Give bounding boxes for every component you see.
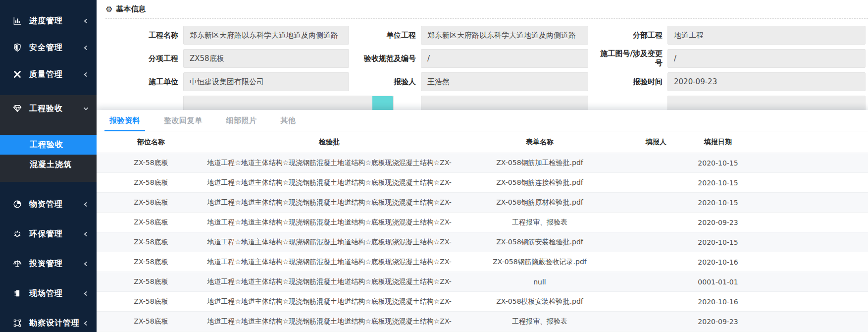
tab-detail-photos[interactable]: 细部照片	[223, 110, 260, 131]
col-header-form: 表单名称	[453, 138, 626, 147]
inspection-time-field[interactable]: 2020-09-23	[667, 72, 866, 91]
sidebar-item-label: 投资管理	[29, 259, 63, 269]
cell-form: null	[453, 278, 626, 286]
tab-inspection-data[interactable]: 报验资料	[106, 110, 143, 131]
cell-part: ZX-58底板	[97, 159, 205, 167]
gear-icon: ⚙	[105, 5, 112, 13]
chip-icon	[12, 288, 23, 299]
cell-batch: 地道工程☆地道主体结构☆现浇钢筋混凝土地道结构☆底板现浇混凝土结构☆ZX-	[205, 238, 453, 247]
dashed-divider	[105, 18, 868, 19]
sidebar-item-materials[interactable]: 物资管理	[0, 189, 97, 219]
table-row[interactable]: ZX-58底板 地道工程☆地道主体结构☆现浇钢筋混凝土地道结构☆底板现浇混凝土结…	[97, 213, 868, 232]
sidebar-item-label: 现场管理	[29, 288, 63, 299]
cell-date: 2020-10-16	[686, 258, 750, 266]
sidebar-item-survey-design[interactable]: 勘察设计管理	[0, 308, 97, 332]
sidebar-item-investment[interactable]: 投资管理	[0, 249, 97, 278]
cell-form: 工程报审、报验表	[453, 317, 626, 326]
cell-form: 工程报审、报验表	[453, 218, 626, 227]
cell-batch: 地道工程☆地道主体结构☆现浇钢筋混凝土地道结构☆底板现浇混凝土结构☆ZX-	[205, 159, 453, 167]
cell-part: ZX-58底板	[97, 297, 205, 306]
sidebar-item-safety[interactable]: 安全管理	[0, 34, 97, 61]
cell-form: ZX-058钢筋原材检验批.pdf	[453, 198, 626, 207]
bar-chart-icon	[12, 15, 23, 26]
project-name-field[interactable]: 郑东新区天府路以东科学大道地道及两侧道路	[183, 26, 349, 45]
cell-part: ZX-58底板	[97, 198, 205, 207]
table-row[interactable]: ZX-58底板 地道工程☆地道主体结构☆现浇钢筋混凝土地道结构☆底板现浇混凝土结…	[97, 292, 868, 312]
sidebar-item-label: 安全管理	[29, 43, 63, 53]
chevron-left-icon	[83, 291, 89, 296]
section-title: 基本信息	[116, 4, 146, 14]
drawing-change-field[interactable]: /	[667, 49, 866, 68]
sidebar-subitem-label: 工程验收	[30, 140, 63, 150]
chevron-left-icon	[83, 202, 89, 207]
cell-batch: 地道工程☆地道主体结构☆现浇钢筋混凝土地道结构☆底板现浇混凝土结构☆ZX-	[205, 317, 453, 326]
table-row[interactable]: ZX-58底板 地道工程☆地道主体结构☆现浇钢筋混凝土地道结构☆底板现浇混凝土结…	[97, 173, 868, 193]
app-window: 进度管理 安全管理 质量管理	[0, 0, 868, 332]
unit-project-field[interactable]: 郑东新区天府路以东科学大道地道及两侧道路	[421, 26, 588, 45]
survey-frame-icon	[12, 318, 23, 329]
table-row[interactable]: ZX-58底板 地道工程☆地道主体结构☆现浇钢筋混凝土地道结构☆底板现浇混凝土结…	[97, 193, 868, 213]
table-row[interactable]: ZX-58底板 地道工程☆地道主体结构☆现浇钢筋混凝土地道结构☆底板现浇混凝土结…	[97, 252, 868, 272]
chevron-left-icon	[83, 18, 89, 24]
table-header-row: 部位名称 检验批 表单名称 填报人 填报日期	[97, 131, 868, 153]
sidebar-item-label: 质量管理	[29, 69, 63, 80]
cell-date: 2020-09-23	[686, 318, 750, 326]
table-row[interactable]: ZX-58底板 地道工程☆地道主体结构☆现浇钢筋混凝土地道结构☆底板现浇混凝土结…	[97, 272, 868, 292]
sidebar-subitem-acceptance[interactable]: 工程验收	[0, 135, 97, 155]
inspection-time-label: 报验时间	[593, 72, 663, 91]
basic-info-section: ⚙ 基本信息 工程名称 郑东新区天府路以东科学大道地道及两侧道路 单位工程 郑东…	[97, 0, 868, 114]
cell-form: ZX-058钢筋安装检验批.pdf	[453, 238, 626, 247]
sidebar-item-progress[interactable]: 进度管理	[0, 7, 97, 34]
cell-form: ZX-058钢筋加工检验批.pdf	[453, 159, 626, 167]
sidebar-item-quality[interactable]: 质量管理	[0, 61, 97, 88]
cell-date: 2020-10-15	[686, 199, 750, 207]
division-project-field[interactable]: 地道工程	[667, 26, 866, 45]
sidebar-item-environment[interactable]: 环保管理	[0, 219, 97, 249]
project-name-label: 工程名称	[97, 26, 178, 45]
drawing-change-label: 施工图号/涉及变更号	[593, 49, 663, 68]
main-content: ⚙ 基本信息 工程名称 郑东新区天府路以东科学大道地道及两侧道路 单位工程 郑东…	[97, 0, 868, 332]
construction-unit-label: 施工单位	[97, 72, 178, 91]
cell-part: ZX-58底板	[97, 277, 205, 286]
division-project-label: 分部工程	[593, 26, 663, 45]
table-row[interactable]: ZX-58底板 地道工程☆地道主体结构☆现浇钢筋混凝土地道结构☆底板现浇混凝土结…	[97, 232, 868, 252]
item-project-label: 分项工程	[97, 49, 178, 68]
sidebar-item-site[interactable]: 现场管理	[0, 278, 97, 308]
sidebar-item-acceptance[interactable]: 工程验收	[0, 95, 97, 122]
cell-form: ZX-058钢筋隐蔽验收记录.pdf	[453, 258, 626, 267]
cell-part: ZX-58底板	[97, 258, 205, 267]
chevron-left-icon	[83, 45, 89, 51]
tab-rectification-reply[interactable]: 整改回复单	[161, 110, 205, 131]
sidebar-item-label: 工程验收	[29, 104, 63, 114]
construction-unit-field[interactable]: 中恒建设集团有限公司	[183, 72, 349, 91]
cell-batch: 地道工程☆地道主体结构☆现浇钢筋混凝土地道结构☆底板现浇混凝土结构☆ZX-	[205, 198, 453, 207]
basic-info-form: 工程名称 郑东新区天府路以东科学大道地道及两侧道路 单位工程 郑东新区天府路以东…	[97, 26, 868, 114]
sidebar-group-acceptance: 工程验收 工程验收 混凝土浇筑	[0, 95, 97, 182]
cell-part: ZX-58底板	[97, 238, 205, 247]
tab-other[interactable]: 其他	[278, 110, 299, 131]
unit-project-label: 单位工程	[354, 26, 416, 45]
acceptance-spec-label: 验收规范及编号	[354, 49, 416, 68]
recycle-icon	[12, 228, 23, 239]
quality-x-icon	[12, 69, 23, 80]
shield-icon	[12, 42, 23, 53]
table-row[interactable]: ZX-58底板 地道工程☆地道主体结构☆现浇钢筋混凝土地道结构☆底板现浇混凝土结…	[97, 312, 868, 332]
globe-icon	[12, 199, 23, 210]
sidebar-subitem-label: 混凝土浇筑	[30, 160, 72, 170]
cell-form: ZX-058模板安装检验批.pdf	[453, 297, 626, 306]
sidebar-item-label: 勘察设计管理	[29, 318, 80, 329]
inspection-table: 部位名称 检验批 表单名称 填报人 填报日期 ZX-58底板 地道工程☆地道主体…	[97, 131, 868, 332]
gem-icon	[12, 103, 23, 114]
inspection-applicant-field[interactable]: 王浩然	[421, 72, 588, 91]
acceptance-spec-field[interactable]: /	[421, 49, 588, 68]
table-row[interactable]: ZX-58底板 地道工程☆地道主体结构☆现浇钢筋混凝土地道结构☆底板现浇混凝土结…	[97, 153, 868, 173]
item-project-field[interactable]: ZX58底板	[183, 49, 349, 68]
col-header-batch: 检验批	[205, 138, 453, 147]
cell-part: ZX-58底板	[97, 317, 205, 326]
sidebar-subitem-concrete-pouring[interactable]: 混凝土浇筑	[0, 155, 97, 174]
col-header-filler: 填报人	[626, 138, 686, 147]
chevron-left-icon	[83, 261, 89, 267]
cell-batch: 地道工程☆地道主体结构☆现浇钢筋混凝土地道结构☆底板现浇混凝土结构☆ZX-	[205, 218, 453, 227]
cell-date: 0001-01-01	[686, 278, 750, 286]
cell-form: ZX-058钢筋连接检验批.pdf	[453, 178, 626, 187]
